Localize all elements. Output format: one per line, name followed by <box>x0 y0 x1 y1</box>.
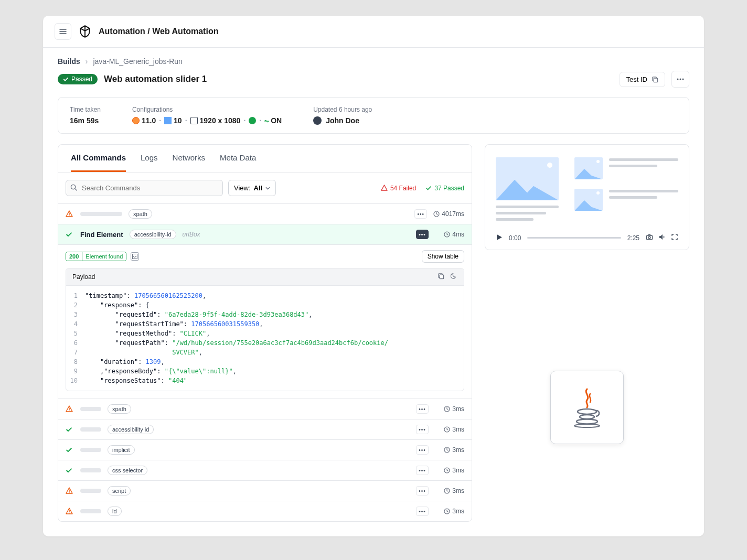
svg-rect-11 <box>440 275 443 278</box>
info-card: Time taken 16m 59s Configurations 11.0 ·… <box>58 97 689 134</box>
skeleton <box>80 448 101 452</box>
play-icon <box>496 234 503 241</box>
check-icon <box>63 77 69 82</box>
row-time: 3ms <box>435 487 464 494</box>
row-menu-button[interactable]: ••• <box>416 445 429 455</box>
skeleton <box>80 407 101 411</box>
row-time: 4ms <box>435 231 464 238</box>
play-button[interactable] <box>496 234 503 242</box>
copy-code-button[interactable] <box>437 273 444 281</box>
list-thumbnail <box>574 157 678 179</box>
breadcrumb-root[interactable]: Builds <box>58 57 80 66</box>
locator-pill: implicit <box>108 445 135 455</box>
skeleton <box>80 509 101 513</box>
search-icon <box>70 184 77 192</box>
cfg-on: ON <box>271 116 282 125</box>
status-text: Passed <box>71 76 92 83</box>
payload-title: Payload <box>72 273 95 281</box>
copy-icon <box>652 76 658 83</box>
player-track[interactable] <box>527 237 621 239</box>
svg-rect-1 <box>654 78 657 82</box>
fullscreen-button[interactable] <box>671 233 678 242</box>
row-menu-button[interactable]: ••• <box>414 209 427 219</box>
warn-icon <box>66 405 74 413</box>
svg-marker-22 <box>574 169 603 179</box>
command-row[interactable]: implicit•••3ms <box>58 439 472 460</box>
theme-toggle-button[interactable] <box>451 273 457 281</box>
locator-pill: xpath <box>129 209 152 219</box>
code-body: 1"timestamp": 170566560162525200,2 "resp… <box>66 286 464 391</box>
svg-marker-23 <box>574 200 603 211</box>
camera-icon <box>646 233 653 241</box>
player-time-end: 2:25 <box>627 234 639 242</box>
svg-point-27 <box>580 415 594 419</box>
menu-button[interactable] <box>55 23 71 40</box>
tab-networks[interactable]: Networks <box>173 145 206 172</box>
row-menu-button[interactable]: ••• <box>416 486 429 496</box>
svg-point-4 <box>682 79 684 80</box>
warn-icon <box>66 487 74 494</box>
command-row[interactable]: xpath ••• 4017ms <box>58 203 472 224</box>
logo-icon <box>78 24 92 39</box>
command-row-expanded[interactable]: Find Element accessibility-id urlBox •••… <box>58 224 472 244</box>
command-row[interactable]: script•••3ms <box>58 480 472 501</box>
row-menu-button[interactable]: ••• <box>416 466 429 475</box>
camera-button[interactable] <box>646 233 653 242</box>
search-input[interactable] <box>66 180 223 196</box>
command-row[interactable]: xpath•••3ms <box>58 399 472 419</box>
dots-icon <box>677 78 684 80</box>
fullscreen-icon <box>671 233 678 241</box>
row-time: 3ms <box>435 467 464 474</box>
show-table-button[interactable]: Show table <box>422 250 464 263</box>
row-menu-button[interactable]: ••• <box>416 425 429 434</box>
view-label: View: <box>234 184 251 192</box>
more-button[interactable] <box>671 71 689 88</box>
clock-icon <box>433 211 440 217</box>
locator-pill: css selector <box>108 466 147 475</box>
view-dropdown[interactable]: View: All <box>228 180 276 196</box>
warn-icon <box>66 210 74 218</box>
clock-icon <box>444 231 450 238</box>
tab-meta[interactable]: Meta Data <box>220 145 256 172</box>
status-dot-icon <box>249 117 256 124</box>
chevron-right-icon: › <box>86 57 88 66</box>
svg-point-26 <box>578 409 596 414</box>
row-time: 4017ms <box>433 210 464 218</box>
os-icon <box>164 117 172 124</box>
failed-count: 54 Failed <box>381 185 416 192</box>
row-time: 3ms <box>435 405 464 413</box>
hamburger-icon <box>59 27 67 36</box>
command-row[interactable]: id•••3ms <box>58 501 472 521</box>
skeleton <box>80 489 101 493</box>
browser-icon <box>132 117 140 124</box>
svg-point-3 <box>680 79 681 80</box>
check-icon <box>425 185 432 191</box>
test-id-button[interactable]: Test ID <box>620 72 665 87</box>
row-time: 3ms <box>435 508 464 515</box>
volume-button[interactable] <box>658 233 666 242</box>
updated-label: Updated 6 hours ago <box>313 106 372 113</box>
svg-point-29 <box>574 424 600 427</box>
command-row[interactable]: accessibility id•••3ms <box>58 419 472 439</box>
java-logo-card <box>550 371 624 444</box>
check-icon <box>66 426 74 433</box>
row-menu-button[interactable]: ••• <box>416 230 429 239</box>
detail-row: 200 Element found Show table <box>58 244 472 268</box>
status-badge: Passed <box>58 74 98 84</box>
screenshot-icon[interactable] <box>131 252 139 261</box>
svg-point-25 <box>648 236 650 239</box>
cfg-label: Configurations <box>132 106 282 113</box>
row-menu-button[interactable]: ••• <box>416 404 429 414</box>
network-icon: ⏦ <box>264 116 269 125</box>
cfg-value: 11.0 · 10 · 1920 x 1080 · · ⏦ ON <box>132 116 282 125</box>
locator-pill: id <box>108 507 122 516</box>
breadcrumb: Builds › java-ML_Generic_jobs-Run <box>58 57 689 66</box>
svg-rect-9 <box>133 254 137 259</box>
skeleton <box>80 212 122 216</box>
tab-all-commands[interactable]: All Commands <box>71 145 126 172</box>
command-name: Find Element <box>80 231 123 239</box>
command-row[interactable]: css selector•••3ms <box>58 460 472 480</box>
tab-logs[interactable]: Logs <box>141 145 158 172</box>
result-msg: Element found <box>82 252 126 261</box>
row-menu-button[interactable]: ••• <box>416 507 429 516</box>
